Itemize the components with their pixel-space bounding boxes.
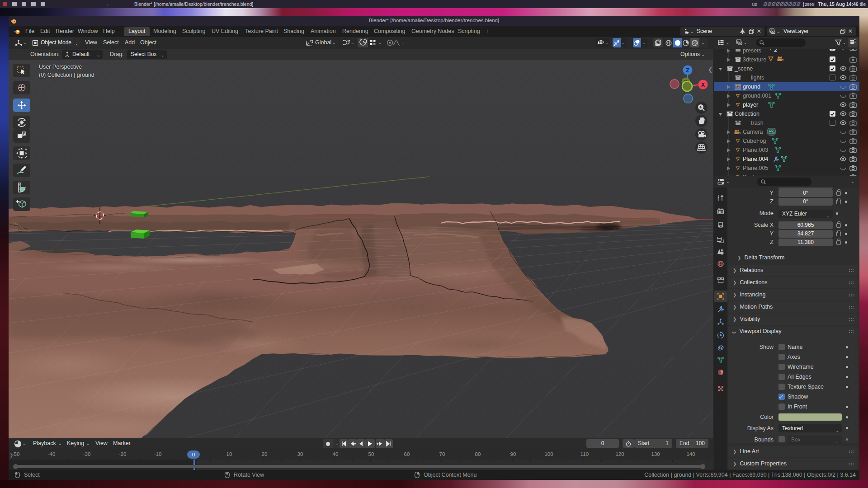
svg-text:X: X [701, 82, 705, 88]
svg-text:Z: Z [686, 67, 689, 74]
